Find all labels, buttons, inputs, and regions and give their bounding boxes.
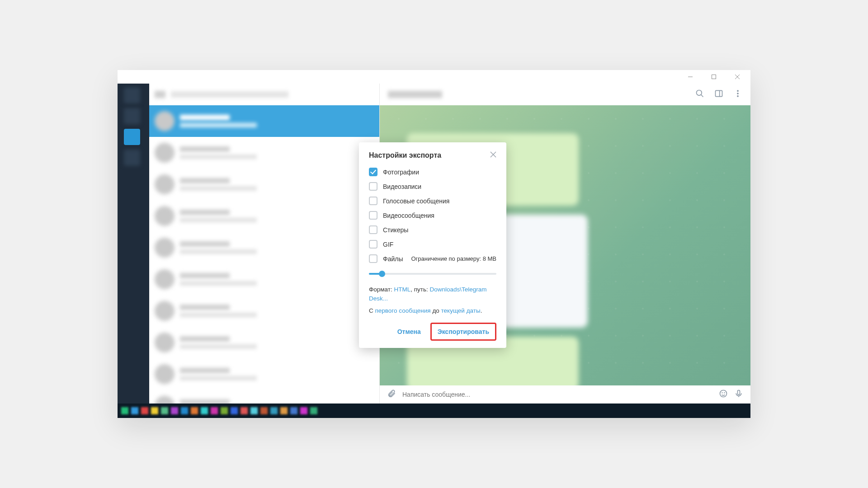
sidepanel-icon[interactable] <box>714 89 723 100</box>
svg-point-10 <box>737 95 739 97</box>
avatar <box>155 111 175 131</box>
chat-list <box>149 84 380 404</box>
chat-item[interactable] <box>149 232 379 263</box>
svg-point-9 <box>737 93 739 94</box>
close-icon[interactable] <box>490 151 496 160</box>
folders-rail <box>118 84 149 404</box>
message-input-bar <box>380 385 750 404</box>
svg-point-4 <box>697 90 702 96</box>
slider-thumb[interactable] <box>379 271 385 277</box>
svg-line-5 <box>701 95 703 97</box>
rail-item[interactable] <box>124 87 140 103</box>
window-close-button[interactable] <box>727 70 748 83</box>
format-link[interactable]: HTML <box>394 286 410 293</box>
option-stickers[interactable]: Стикеры <box>369 225 496 234</box>
option-label: Видеосообщения <box>383 212 434 219</box>
svg-point-8 <box>737 90 739 92</box>
microphone-icon[interactable] <box>734 389 743 400</box>
from-date-link[interactable]: первого сообщения <box>375 307 431 314</box>
checkbox-icon[interactable] <box>369 225 377 234</box>
search-icon[interactable] <box>695 89 704 100</box>
cancel-button[interactable]: Отмена <box>392 324 427 339</box>
option-label: Файлы <box>383 255 403 263</box>
chat-item[interactable] <box>149 327 379 358</box>
more-icon[interactable] <box>733 89 742 100</box>
chat-item[interactable] <box>149 295 379 327</box>
window-titlebar <box>118 70 750 84</box>
to-date-link[interactable]: текущей даты <box>441 307 481 314</box>
chat-item[interactable] <box>149 358 379 390</box>
checkbox-icon[interactable] <box>369 197 377 205</box>
svg-rect-6 <box>716 90 722 96</box>
checkbox-icon[interactable] <box>369 182 377 191</box>
option-label: Стикеры <box>383 226 408 234</box>
chat-list-header <box>149 84 379 105</box>
attach-icon[interactable] <box>387 389 396 400</box>
size-limit-label: Ограничение по размеру: 8 MB <box>411 255 496 262</box>
export-button[interactable]: Экспортировать <box>430 323 496 341</box>
chat-item[interactable] <box>149 200 379 232</box>
svg-rect-1 <box>712 75 716 79</box>
option-photos[interactable]: Фотографии <box>369 168 496 176</box>
svg-point-11 <box>720 390 727 397</box>
svg-point-12 <box>722 393 722 393</box>
chat-item-selected[interactable] <box>149 105 379 137</box>
dialog-title: Настройки экспорта <box>369 151 441 160</box>
option-label: GIF <box>383 241 393 248</box>
message-input[interactable] <box>402 391 712 398</box>
export-settings-dialog: Настройки экспорта Фотографии Видеозапис… <box>359 142 506 348</box>
window-maximize-button[interactable] <box>703 70 724 83</box>
checkbox-icon[interactable] <box>369 211 377 220</box>
checkbox-icon[interactable] <box>369 240 377 249</box>
rail-item[interactable] <box>124 150 140 166</box>
window-minimize-button[interactable] <box>680 70 701 83</box>
svg-rect-14 <box>738 390 740 395</box>
chat-item[interactable] <box>149 263 379 295</box>
checkbox-icon[interactable] <box>369 168 377 176</box>
chat-item[interactable] <box>149 137 379 169</box>
chat-title <box>388 91 442 98</box>
app-window: Настройки экспорта Фотографии Видеозапис… <box>118 70 750 418</box>
checkbox-icon[interactable] <box>369 254 377 263</box>
option-gif[interactable]: GIF <box>369 240 496 249</box>
option-videomsg[interactable]: Видеосообщения <box>369 211 496 220</box>
range-line: С первого сообщения до текущей даты. <box>369 306 496 315</box>
chat-item[interactable] <box>149 169 379 200</box>
option-label: Видеозаписи <box>383 183 421 190</box>
format-line: Формат: HTML, путь: Downloads\Telegram D… <box>369 285 496 304</box>
rail-item-active[interactable] <box>124 129 140 145</box>
option-videos[interactable]: Видеозаписи <box>369 182 496 191</box>
option-files[interactable]: Файлы Ограничение по размеру: 8 MB <box>369 254 496 263</box>
rail-item[interactable] <box>124 108 140 124</box>
emoji-icon[interactable] <box>719 389 728 400</box>
option-label: Голосовые сообщения <box>383 197 449 205</box>
os-taskbar <box>118 404 750 418</box>
size-slider[interactable] <box>369 269 496 279</box>
option-label: Фотографии <box>383 169 419 176</box>
svg-point-13 <box>724 393 725 393</box>
option-voice[interactable]: Голосовые сообщения <box>369 197 496 205</box>
conversation-header <box>380 84 750 105</box>
